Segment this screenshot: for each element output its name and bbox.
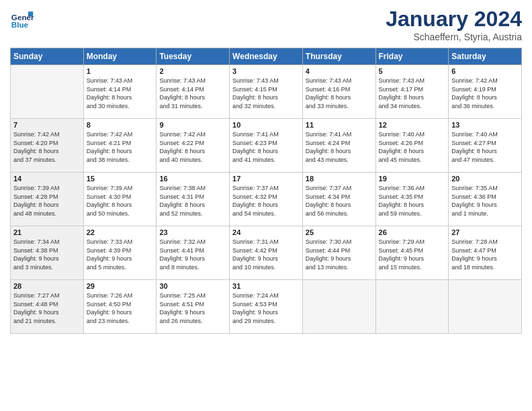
day-number: 2 xyxy=(159,67,226,75)
day-number: 9 xyxy=(159,121,226,129)
calendar-week-2: 7Sunrise: 7:42 AM Sunset: 4:20 PM Daylig… xyxy=(11,119,522,173)
calendar-cell: 13Sunrise: 7:40 AM Sunset: 4:27 PM Dayli… xyxy=(449,119,522,173)
day-info: Sunrise: 7:26 AM Sunset: 4:50 PM Dayligh… xyxy=(87,291,154,325)
calendar-cell: 8Sunrise: 7:42 AM Sunset: 4:21 PM Daylig… xyxy=(83,119,157,173)
day-number: 20 xyxy=(451,175,519,183)
day-number: 18 xyxy=(306,175,373,183)
day-info: Sunrise: 7:43 AM Sunset: 4:17 PM Dayligh… xyxy=(379,77,446,110)
calendar-cell: 29Sunrise: 7:26 AM Sunset: 4:50 PM Dayli… xyxy=(83,280,157,334)
calendar-cell: 3Sunrise: 7:43 AM Sunset: 4:15 PM Daylig… xyxy=(230,65,303,119)
weekday-header-monday: Monday xyxy=(83,48,157,65)
calendar-cell: 14Sunrise: 7:39 AM Sunset: 4:28 PM Dayli… xyxy=(11,173,84,226)
day-info: Sunrise: 7:25 AM Sunset: 4:51 PM Dayligh… xyxy=(159,291,226,325)
calendar-cell: 18Sunrise: 7:37 AM Sunset: 4:34 PM Dayli… xyxy=(302,173,375,226)
calendar-cell: 9Sunrise: 7:42 AM Sunset: 4:22 PM Daylig… xyxy=(157,119,230,173)
day-number: 3 xyxy=(232,67,300,75)
calendar-cell: 23Sunrise: 7:32 AM Sunset: 4:41 PM Dayli… xyxy=(157,226,230,280)
calendar-cell: 27Sunrise: 7:28 AM Sunset: 4:47 PM Dayli… xyxy=(449,226,522,280)
location-subtitle: Schaeffern, Styria, Austria xyxy=(386,32,522,42)
day-info: Sunrise: 7:27 AM Sunset: 4:48 PM Dayligh… xyxy=(13,291,81,325)
calendar-cell: 31Sunrise: 7:24 AM Sunset: 4:53 PM Dayli… xyxy=(230,280,303,334)
day-info: Sunrise: 7:40 AM Sunset: 4:26 PM Dayligh… xyxy=(379,130,446,164)
day-info: Sunrise: 7:37 AM Sunset: 4:32 PM Dayligh… xyxy=(232,184,300,218)
day-info: Sunrise: 7:28 AM Sunset: 4:47 PM Dayligh… xyxy=(451,238,519,271)
day-info: Sunrise: 7:42 AM Sunset: 4:19 PM Dayligh… xyxy=(451,77,519,110)
weekday-header-saturday: Saturday xyxy=(449,48,522,65)
calendar-cell: 5Sunrise: 7:43 AM Sunset: 4:17 PM Daylig… xyxy=(375,65,449,119)
calendar-cell xyxy=(302,280,375,334)
calendar-cell: 10Sunrise: 7:41 AM Sunset: 4:23 PM Dayli… xyxy=(230,119,303,173)
day-info: Sunrise: 7:42 AM Sunset: 4:22 PM Dayligh… xyxy=(159,130,226,164)
day-number: 12 xyxy=(379,121,446,129)
day-info: Sunrise: 7:36 AM Sunset: 4:35 PM Dayligh… xyxy=(379,184,446,218)
calendar-cell: 20Sunrise: 7:35 AM Sunset: 4:36 PM Dayli… xyxy=(449,173,522,226)
calendar-body: 1Sunrise: 7:43 AM Sunset: 4:14 PM Daylig… xyxy=(11,65,522,334)
day-info: Sunrise: 7:39 AM Sunset: 4:28 PM Dayligh… xyxy=(13,184,81,218)
day-number: 7 xyxy=(13,121,81,129)
month-title: January 2024 xyxy=(386,7,522,32)
weekday-header-row: SundayMondayTuesdayWednesdayThursdayFrid… xyxy=(11,48,522,65)
day-info: Sunrise: 7:40 AM Sunset: 4:27 PM Dayligh… xyxy=(451,130,519,164)
day-number: 22 xyxy=(87,228,154,236)
day-info: Sunrise: 7:41 AM Sunset: 4:24 PM Dayligh… xyxy=(306,130,373,164)
day-number: 28 xyxy=(13,282,81,290)
calendar-cell: 28Sunrise: 7:27 AM Sunset: 4:48 PM Dayli… xyxy=(11,280,84,334)
day-info: Sunrise: 7:39 AM Sunset: 4:30 PM Dayligh… xyxy=(87,184,154,218)
calendar-cell: 22Sunrise: 7:33 AM Sunset: 4:39 PM Dayli… xyxy=(83,226,157,280)
day-info: Sunrise: 7:43 AM Sunset: 4:14 PM Dayligh… xyxy=(87,77,154,110)
calendar-table: SundayMondayTuesdayWednesdayThursdayFrid… xyxy=(10,48,522,334)
day-number: 21 xyxy=(13,228,81,236)
calendar-cell: 24Sunrise: 7:31 AM Sunset: 4:42 PM Dayli… xyxy=(230,226,303,280)
weekday-header-sunday: Sunday xyxy=(11,48,84,65)
calendar-cell: 6Sunrise: 7:42 AM Sunset: 4:19 PM Daylig… xyxy=(449,65,522,119)
calendar-cell: 16Sunrise: 7:38 AM Sunset: 4:31 PM Dayli… xyxy=(157,173,230,226)
svg-text:Blue: Blue xyxy=(11,20,29,29)
calendar-cell: 11Sunrise: 7:41 AM Sunset: 4:24 PM Dayli… xyxy=(302,119,375,173)
day-info: Sunrise: 7:38 AM Sunset: 4:31 PM Dayligh… xyxy=(159,184,226,218)
day-info: Sunrise: 7:29 AM Sunset: 4:45 PM Dayligh… xyxy=(379,238,446,271)
calendar-cell xyxy=(375,280,449,334)
weekday-header-wednesday: Wednesday xyxy=(230,48,303,65)
title-block: January 2024 Schaeffern, Styria, Austria xyxy=(386,7,522,42)
calendar-cell xyxy=(449,280,522,334)
day-info: Sunrise: 7:43 AM Sunset: 4:15 PM Dayligh… xyxy=(232,77,300,110)
day-number: 17 xyxy=(232,175,300,183)
day-number: 11 xyxy=(306,121,373,129)
calendar-cell: 2Sunrise: 7:43 AM Sunset: 4:14 PM Daylig… xyxy=(157,65,230,119)
logo: General Blue xyxy=(10,7,37,31)
day-info: Sunrise: 7:42 AM Sunset: 4:21 PM Dayligh… xyxy=(87,130,154,164)
calendar-week-1: 1Sunrise: 7:43 AM Sunset: 4:14 PM Daylig… xyxy=(11,65,522,119)
day-number: 5 xyxy=(379,67,446,75)
calendar-cell: 19Sunrise: 7:36 AM Sunset: 4:35 PM Dayli… xyxy=(375,173,449,226)
day-info: Sunrise: 7:37 AM Sunset: 4:34 PM Dayligh… xyxy=(306,184,373,218)
calendar-week-3: 14Sunrise: 7:39 AM Sunset: 4:28 PM Dayli… xyxy=(11,173,522,226)
calendar-cell: 25Sunrise: 7:30 AM Sunset: 4:44 PM Dayli… xyxy=(302,226,375,280)
calendar-cell: 4Sunrise: 7:43 AM Sunset: 4:16 PM Daylig… xyxy=(302,65,375,119)
weekday-header-friday: Friday xyxy=(375,48,449,65)
calendar-cell: 21Sunrise: 7:34 AM Sunset: 4:38 PM Dayli… xyxy=(11,226,84,280)
day-number: 14 xyxy=(13,175,81,183)
day-number: 6 xyxy=(451,67,519,75)
calendar-cell: 15Sunrise: 7:39 AM Sunset: 4:30 PM Dayli… xyxy=(83,173,157,226)
day-number: 4 xyxy=(306,67,373,75)
day-number: 19 xyxy=(379,175,446,183)
calendar-cell xyxy=(11,65,84,119)
calendar-cell: 30Sunrise: 7:25 AM Sunset: 4:51 PM Dayli… xyxy=(157,280,230,334)
day-info: Sunrise: 7:30 AM Sunset: 4:44 PM Dayligh… xyxy=(306,238,373,271)
calendar-cell: 7Sunrise: 7:42 AM Sunset: 4:20 PM Daylig… xyxy=(11,119,84,173)
day-number: 29 xyxy=(87,282,154,290)
day-info: Sunrise: 7:43 AM Sunset: 4:16 PM Dayligh… xyxy=(306,77,373,110)
weekday-header-tuesday: Tuesday xyxy=(157,48,230,65)
day-number: 16 xyxy=(159,175,226,183)
day-info: Sunrise: 7:24 AM Sunset: 4:53 PM Dayligh… xyxy=(232,291,300,325)
day-info: Sunrise: 7:34 AM Sunset: 4:38 PM Dayligh… xyxy=(13,238,81,271)
day-number: 31 xyxy=(232,282,300,290)
day-info: Sunrise: 7:43 AM Sunset: 4:14 PM Dayligh… xyxy=(159,77,226,110)
calendar-cell: 26Sunrise: 7:29 AM Sunset: 4:45 PM Dayli… xyxy=(375,226,449,280)
calendar-cell: 1Sunrise: 7:43 AM Sunset: 4:14 PM Daylig… xyxy=(83,65,157,119)
calendar-cell: 12Sunrise: 7:40 AM Sunset: 4:26 PM Dayli… xyxy=(375,119,449,173)
day-info: Sunrise: 7:31 AM Sunset: 4:42 PM Dayligh… xyxy=(232,238,300,271)
day-number: 15 xyxy=(87,175,154,183)
day-number: 8 xyxy=(87,121,154,129)
day-number: 24 xyxy=(232,228,300,236)
